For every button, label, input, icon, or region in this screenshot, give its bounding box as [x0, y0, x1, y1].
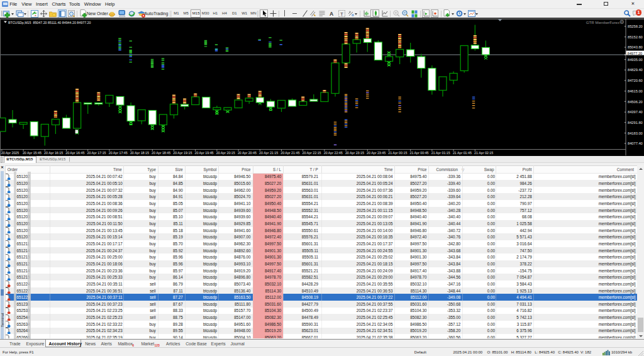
svg-text:20 Apr 21:15: 20 Apr 21:15	[259, 151, 278, 155]
svg-text:20 Apr 17:45: 20 Apr 17:45	[109, 151, 128, 155]
svg-text:84977.20: 84977.20	[628, 52, 643, 55]
svg-text:21 Apr 00:45: 21 Apr 00:45	[410, 151, 429, 155]
svg-text:21 Apr 01:15: 21 Apr 01:15	[431, 151, 450, 155]
svg-text:85258.20: 85258.20	[628, 25, 643, 28]
svg-text:GTR MemberForex: GTR MemberForex	[586, 20, 620, 25]
svg-text:20 Apr 22:45: 20 Apr 22:45	[324, 151, 343, 155]
svg-text:20 Apr 23:45: 20 Apr 23:45	[367, 151, 386, 155]
svg-text:84506.20: 84506.20	[628, 100, 643, 104]
svg-text:20 Apr 18:45: 20 Apr 18:45	[152, 151, 170, 155]
svg-text:84183.00: 84183.00	[628, 131, 643, 135]
svg-text:20 Apr 19:45: 20 Apr 19:45	[195, 151, 214, 155]
svg-text:84077.40: 84077.40	[628, 142, 643, 145]
svg-text:20 Apr 21:45: 20 Apr 21:45	[280, 151, 299, 155]
svg-text:84829.40: 84829.40	[628, 68, 643, 72]
svg-text:T: T	[340, 11, 343, 17]
svg-text:84615.00: 84615.00	[628, 89, 643, 93]
svg-text:20 Apr 22:15: 20 Apr 22:15	[303, 151, 321, 155]
svg-text:21 Apr 02:15: 21 Apr 02:15	[474, 151, 493, 155]
svg-text:20 Apr 23:15: 20 Apr 23:15	[345, 151, 364, 155]
svg-text:20 Apr 16:45: 20 Apr 16:45	[65, 151, 84, 155]
svg-text:20 Apr 16:15: 20 Apr 16:15	[44, 151, 63, 155]
svg-text:84291.80: 84291.80	[628, 121, 643, 125]
svg-text:20 Apr 20:45: 20 Apr 20:45	[238, 151, 257, 155]
svg-text:85043.80: 85043.80	[628, 45, 643, 49]
svg-text:20 Apr 2025: 20 Apr 2025	[1, 151, 19, 155]
svg-text:20 Apr 18:15: 20 Apr 18:15	[130, 151, 149, 155]
svg-text:20 Apr 17:15: 20 Apr 17:15	[87, 151, 106, 155]
svg-text:21 Apr 01:45: 21 Apr 01:45	[453, 151, 472, 155]
svg-text:84720.60: 84720.60	[628, 79, 643, 82]
svg-text:21 Apr 00:15: 21 Apr 00:15	[388, 151, 407, 155]
svg-text:BTCUSDp,M15 85047.20 85111.40: BTCUSDp,M15 85047.20 85111.40 84944.20 8…	[8, 21, 91, 25]
svg-text:20 Apr 15:45: 20 Apr 15:45	[23, 151, 42, 155]
svg-text:20 Apr 19:15: 20 Apr 19:15	[173, 151, 192, 155]
svg-text:85152.60: 85152.60	[628, 35, 643, 39]
svg-text:84935.00: 84935.00	[628, 58, 643, 62]
svg-text:20 Apr 20:15: 20 Apr 20:15	[216, 151, 235, 155]
svg-text:84397.40: 84397.40	[628, 110, 643, 114]
